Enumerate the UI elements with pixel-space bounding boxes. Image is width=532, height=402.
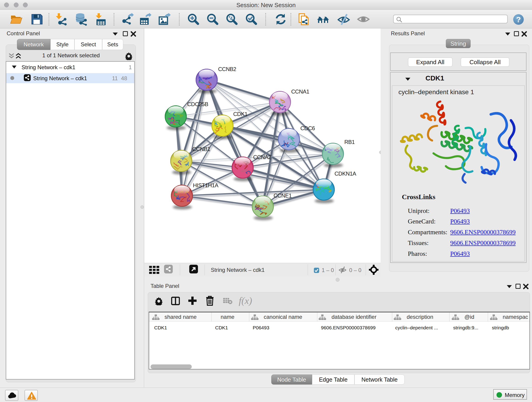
svg-text:CCNA1: CCNA1 [291,89,309,95]
svg-text:CDC25B: CDC25B [187,101,208,107]
svg-text:CCNA2: CCNA2 [253,154,271,160]
svg-text:CDK1: CDK1 [233,111,247,117]
svg-text:HIST1H1A: HIST1H1A [193,182,218,188]
svg-text:RB1: RB1 [344,139,355,145]
svg-text:CDKN1A: CDKN1A [335,171,356,177]
svg-text:CDC6: CDC6 [300,125,315,131]
svg-text:CCNB2: CCNB2 [218,66,236,72]
svg-text:CCNB1: CCNB1 [192,146,210,152]
svg-text:CCNE1: CCNE1 [273,192,292,199]
